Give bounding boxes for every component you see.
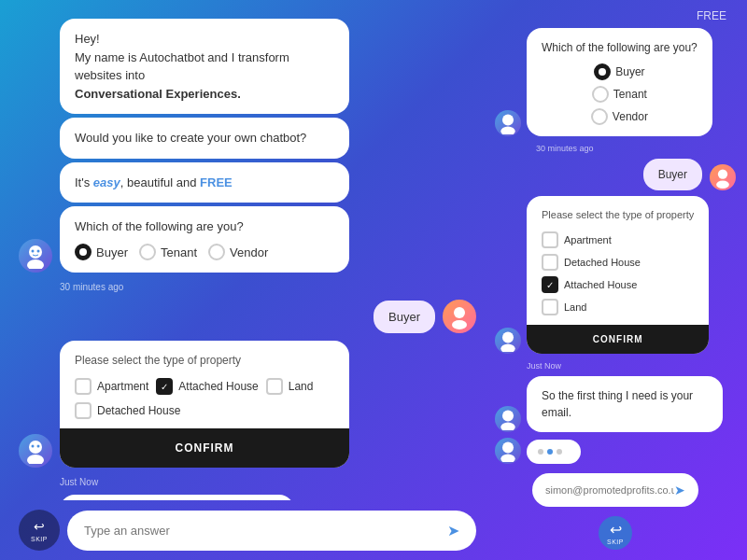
bot-avatar-2-icon <box>22 438 49 464</box>
text-input-container[interactable]: ➤ <box>67 511 476 551</box>
svg-point-0 <box>29 245 42 259</box>
right-panel: FREE Which of the following are you? Buy… <box>495 0 747 560</box>
right-apartment-label: Apartment <box>564 234 612 245</box>
attached-label: Attached House <box>178 380 258 393</box>
checkbox-detached[interactable]: Detached House <box>75 402 180 419</box>
right-vendor-label: Vendor <box>613 108 648 125</box>
right-confirm-button[interactable]: CONFIRM <box>527 325 709 354</box>
right-which-row: Which of the following are you? Buyer Te… <box>495 28 736 136</box>
right-checkbox-detached[interactable]: Detached House <box>542 254 694 271</box>
radio-group[interactable]: Buyer Tenant Vendor <box>75 244 334 262</box>
right-bot-avatar-3 <box>495 406 521 432</box>
user-avatar-icon <box>446 303 472 329</box>
property-card-body: Please select the type of property Apart… <box>60 341 349 428</box>
vendor-label: Vendor <box>230 244 268 262</box>
svg-point-19 <box>500 343 514 352</box>
email-field[interactable] <box>545 484 674 496</box>
right-apartment-box[interactable] <box>542 231 558 248</box>
bot-intro-row: Hey! My name is Autochatbot and I transf… <box>19 19 476 273</box>
checkbox-attached[interactable]: ✓ Attached House <box>156 378 258 395</box>
right-checkbox-apartment[interactable]: Apartment <box>542 231 694 248</box>
svg-point-1 <box>27 259 44 269</box>
email-bubble: So the first thing I need is your email. <box>60 495 294 500</box>
bot-avatar-icon <box>22 243 49 269</box>
right-property-card: Please select the type of property Apart… <box>527 196 709 354</box>
skip-icon: ↩ <box>34 519 45 534</box>
apartment-box[interactable] <box>75 378 92 395</box>
detached-box[interactable] <box>75 402 92 419</box>
just-now-label: Just Now <box>60 477 476 487</box>
right-send-icon[interactable]: ➤ <box>674 483 685 497</box>
right-email-input[interactable]: ➤ <box>532 473 698 507</box>
right-buyer-label: Buyer <box>615 63 644 80</box>
checkbox-group[interactable]: Apartment ✓ Attached House Land Deta <box>75 378 334 419</box>
right-radio-group[interactable]: Buyer Tenant Vendor <box>542 63 698 125</box>
chat-messages: Hey! My name is Autochatbot and I transf… <box>19 19 476 500</box>
right-bot-icon-4 <box>497 440 519 462</box>
intro-bubble: Hey! My name is Autochatbot and I transf… <box>60 19 349 114</box>
right-checkbox-group[interactable]: Apartment Detached House ✓ Attached Hous… <box>542 231 694 315</box>
right-checkbox-attached[interactable]: ✓ Attached House <box>542 276 694 293</box>
svg-point-7 <box>27 455 44 464</box>
right-property-body: Please select the type of property Apart… <box>527 196 709 325</box>
land-label: Land <box>289 380 314 393</box>
svg-point-4 <box>454 307 465 318</box>
right-land-box[interactable] <box>542 299 558 315</box>
right-tenant-circle[interactable] <box>592 86 609 103</box>
radio-vendor[interactable]: Vendor <box>208 244 268 262</box>
easy-text: easy <box>93 175 120 189</box>
right-checkbox-land[interactable]: Land <box>542 299 694 315</box>
right-skip-button[interactable]: ↩ SKIP <box>599 516 632 550</box>
right-detached-label: Detached House <box>564 257 641 268</box>
right-typing-indicator <box>527 440 581 464</box>
land-box[interactable] <box>266 378 283 395</box>
which-bubble: Which of the following are you? Buyer Te… <box>60 206 349 273</box>
tenant-radio-circle[interactable] <box>139 244 156 260</box>
email-msg-row: So the first thing I need is your email. <box>19 495 476 500</box>
right-land-label: Land <box>564 301 586 313</box>
right-user-bubble: Buyer <box>643 159 702 190</box>
detached-label: Detached House <box>97 404 180 417</box>
right-property-title: Please select the type of property <box>542 209 694 220</box>
skip-label: SKIP <box>31 536 48 542</box>
skip-button[interactable]: ↩ SKIP <box>19 510 60 551</box>
apartment-label: Apartment <box>97 380 148 393</box>
property-card: Please select the type of property Apart… <box>60 341 349 468</box>
right-radio-vendor[interactable]: Vendor <box>591 108 648 125</box>
right-detached-box[interactable] <box>542 254 558 271</box>
chatbot-question-bubble: Would you like to create your own chatbo… <box>60 118 349 159</box>
right-bot-icon-3 <box>497 408 519 430</box>
svg-point-14 <box>502 115 514 126</box>
checkbox-land[interactable]: Land <box>266 378 314 395</box>
right-user-row: Buyer <box>495 159 736 190</box>
right-buyer-circle[interactable] <box>594 63 611 80</box>
which-question: Which of the following are you? <box>75 217 334 236</box>
radio-tenant[interactable]: Tenant <box>139 244 197 262</box>
right-user-avatar <box>710 164 736 190</box>
right-bot-avatar-4 <box>495 438 521 464</box>
property-card-title: Please select the type of property <box>75 354 334 367</box>
right-email-bubble: So the first thing I need is your email. <box>527 376 723 432</box>
svg-point-9 <box>37 445 40 448</box>
send-icon[interactable]: ➤ <box>447 522 459 539</box>
right-typing-row <box>495 438 736 464</box>
right-attached-label: Attached House <box>564 279 637 290</box>
right-dot-1 <box>538 449 543 455</box>
vendor-radio-circle[interactable] <box>208 244 225 260</box>
buyer-radio-circle[interactable] <box>75 244 92 260</box>
attached-box[interactable]: ✓ <box>156 378 173 395</box>
right-which-bubble: Which of the following are you? Buyer Te… <box>527 28 712 136</box>
answer-input[interactable] <box>84 524 447 538</box>
right-radio-buyer[interactable]: Buyer <box>594 63 644 80</box>
svg-point-17 <box>716 180 729 189</box>
radio-buyer[interactable]: Buyer <box>75 244 128 262</box>
right-attached-box[interactable]: ✓ <box>542 276 558 293</box>
confirm-button[interactable]: CONFIRM <box>60 428 349 468</box>
right-radio-tenant[interactable]: Tenant <box>592 86 647 103</box>
svg-point-5 <box>452 320 467 329</box>
right-vendor-circle[interactable] <box>591 108 608 125</box>
checkbox-apartment[interactable]: Apartment <box>75 378 148 395</box>
right-dot-3 <box>557 449 562 455</box>
svg-point-23 <box>500 454 514 462</box>
svg-point-16 <box>718 169 727 178</box>
